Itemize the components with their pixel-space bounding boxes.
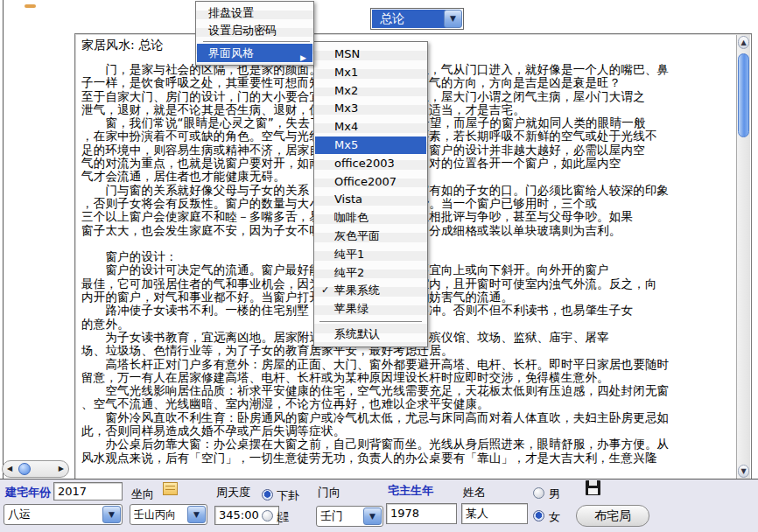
owner-birth-year-input[interactable]: 1978 [386,503,457,524]
text-line: 留意，万一有人在居家修建高塔、电杆、长杆或为某种原因埋设长杆时应即时交涉，免得横… [81,371,736,384]
yun-dropdown-value: 八运 [8,506,102,523]
bottom-control-bar: 建宅年份 2017 八运 ▼ 坐向 壬山丙向 ▼ 周天度 345:00 下卦 起… [0,479,758,532]
submenu-item-vista[interactable]: Vista [315,191,426,208]
vertical-scrollbar[interactable]: ▲ ▼ [736,35,750,479]
method-xiagua-label: 下卦 [277,488,299,504]
sitting-direction-value: 壬山丙向 [134,506,187,523]
text-line: 高塔长杆正对门户多有意外：房屋的正面、大门、窗外都要避开高塔、电杆、长杆。即时平… [81,358,736,371]
slider-right-icon[interactable]: ▶ [59,465,64,472]
text-line: 办公桌后勿靠大窗：办公桌摆在大窗之前，自己则背窗而坐。光线从身后照进来，眼睛舒服… [81,438,736,451]
chevron-down-icon[interactable]: ▼ [363,508,382,525]
submenu-item-flat2[interactable]: 纯平2 [315,264,426,282]
window-left-border [3,0,4,480]
build-year-label: 建宅年份 [5,485,51,500]
sitting-direction-dropdown[interactable]: 壬山丙向 ▼ [130,504,207,525]
gender-male-label: 男 [549,486,560,502]
horizontal-slider[interactable]: ◀ ▶ [2,460,69,478]
submenu-item-mx3[interactable]: Mx3 [315,100,426,117]
menu-item-label: 界面风格 [208,46,254,60]
gender-female-label: 女 [549,509,560,525]
chevron-down-icon[interactable]: ▼ [444,10,462,28]
submenu-separator [319,321,422,322]
menu-item-startup-password[interactable]: 设置启动密码 [197,22,312,39]
menu-item-paipan-settings[interactable]: 排盘设置 [197,4,312,22]
topic-dropdown[interactable]: 总论 ▼ [370,8,464,30]
submenu-item-office2003[interactable]: office2003 [315,155,426,172]
slider-left-icon[interactable]: ◀ [7,465,12,472]
submenu-item-apple-green[interactable]: 苹果绿 [315,300,426,318]
sitting-direction-label: 坐向 [131,486,154,502]
submenu-item-flat1[interactable]: 纯平1 [315,246,426,263]
scrollbar-thumb[interactable] [738,53,749,137]
submenu-arrow-icon: ▶ [300,49,306,67]
name-input[interactable]: 某人 [461,503,528,524]
chevron-down-icon[interactable]: ▼ [102,506,121,523]
save-icon[interactable] [586,480,600,495]
check-icon: ✓ [321,282,329,299]
submenu-item-mx4[interactable]: Mx4 [315,118,426,136]
yun-dropdown[interactable]: 八运 ▼ [4,504,123,525]
document-title: 家居风水: 总论 [81,38,163,53]
toolbar-fragment [25,4,36,8]
build-year-input[interactable]: 2017 [53,482,123,500]
method-qixing-text: 起星 [277,509,289,525]
menu-separator [203,41,310,42]
gender-radio-female[interactable] [533,510,544,522]
submenu-item-label: 苹果系统 [334,284,380,297]
submenu-item-system-default[interactable]: 系统默认 [315,326,426,343]
method-radio-xiagua[interactable] [262,489,273,500]
submenu-item-mx1[interactable]: Mx1 [315,64,426,81]
context-menu: 排盘设置 设置启动密码 界面风格 ▶ [195,1,314,66]
scroll-up-icon[interactable]: ▲ [738,36,749,49]
slider-thumb[interactable] [18,463,31,475]
door-direction-value: 壬门 [320,508,363,525]
text-line: 空气光线影响居住品质：祈求平安健康的住宅，空气光线需要充足，天花板太低则有压迫感… [81,384,736,397]
submenu-item-office2007[interactable]: Office2007 [315,173,426,191]
text-line: 风水观点来说，后有「空门」，一切生意徒劳无功，负责人的办公桌要有「靠山」，才是大… [81,452,736,465]
name-label: 姓名 [463,485,486,500]
text-line: 此，否则同样易造成久婚不孕或产后失调等症状。 [81,424,736,438]
sitting-direction-tool-icon[interactable] [163,482,178,495]
submenu-item-coffee[interactable]: 咖啡色 [315,209,426,227]
scroll-down-icon[interactable]: ▼ [738,465,749,478]
topic-dropdown-value[interactable]: 总论 [372,10,452,28]
gender-radio-male[interactable] [533,487,544,499]
chevron-down-icon[interactable]: ▼ [187,506,206,523]
door-direction-label: 门向 [318,485,340,500]
method-radio-qixing[interactable] [262,510,273,522]
submenu-item-msn[interactable]: MSN [315,46,426,63]
method-qixing-label: 起星 [277,509,292,525]
owner-birth-year-label: 宅主生年 [388,483,433,499]
submenu-item-mx2[interactable]: Mx2 [315,82,426,100]
door-direction-dropdown[interactable]: 壬门 ▼ [316,506,383,527]
submenu-item-apple-system[interactable]: ✓ 苹果系统 [315,282,426,299]
text-line: 、空气不流通、光线幽暗、室内潮湿，不论方位再好，也难以企求平安健康。 [81,397,736,410]
menu-item-ui-style[interactable]: 界面风格 ▶ [197,44,312,62]
submenu-item-gray-flat[interactable]: 灰色平面 [315,228,426,245]
app-window: 家居风水: 总论 门，是家与社会的区隔，也是家的颜面。大门凸显于墙面之上，气从门… [0,0,758,532]
text-line: 窗外冷风直吹不利生育：卧房通风的窗户或冷气机太低，尤忌与床同高而对着人体直吹，夫… [81,411,736,424]
ui-style-submenu: MSN Mx1 Mx2 Mx3 Mx4 Mx5 office2003 Offic… [313,41,428,347]
submenu-item-mx5[interactable]: Mx5 [315,136,426,154]
degrees-label: 周天度 [216,485,250,500]
arrange-house-button[interactable]: 布宅局 [576,505,649,527]
